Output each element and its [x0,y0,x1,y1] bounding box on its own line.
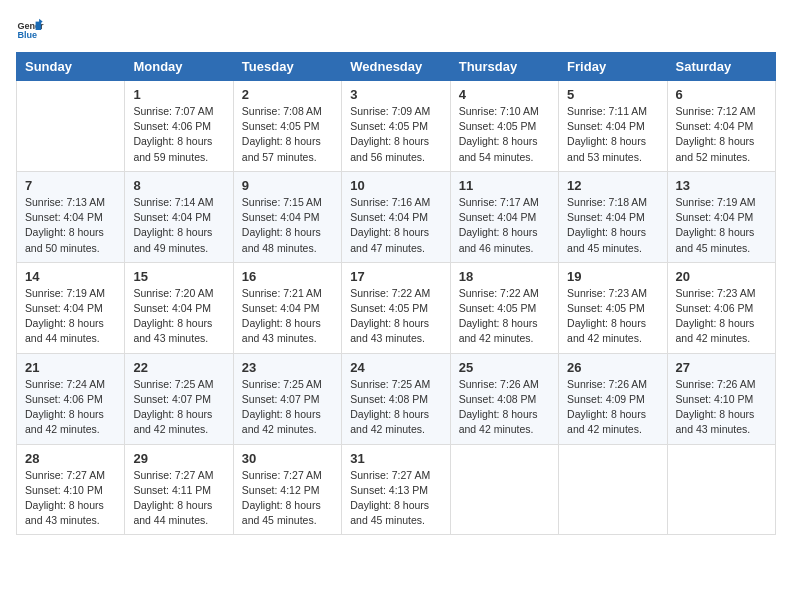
day-info: Sunrise: 7:13 AM Sunset: 4:04 PM Dayligh… [25,195,116,256]
day-info: Sunrise: 7:26 AM Sunset: 4:10 PM Dayligh… [676,377,767,438]
calendar-cell: 5Sunrise: 7:11 AM Sunset: 4:04 PM Daylig… [559,81,667,172]
day-info: Sunrise: 7:18 AM Sunset: 4:04 PM Dayligh… [567,195,658,256]
calendar-cell: 20Sunrise: 7:23 AM Sunset: 4:06 PM Dayli… [667,262,775,353]
day-info: Sunrise: 7:09 AM Sunset: 4:05 PM Dayligh… [350,104,441,165]
calendar-cell: 24Sunrise: 7:25 AM Sunset: 4:08 PM Dayli… [342,353,450,444]
calendar-cell: 7Sunrise: 7:13 AM Sunset: 4:04 PM Daylig… [17,171,125,262]
calendar-cell: 26Sunrise: 7:26 AM Sunset: 4:09 PM Dayli… [559,353,667,444]
day-number: 9 [242,178,333,193]
logo: General Blue [16,16,48,44]
day-info: Sunrise: 7:11 AM Sunset: 4:04 PM Dayligh… [567,104,658,165]
calendar-table: SundayMondayTuesdayWednesdayThursdayFrid… [16,52,776,535]
calendar-header-row: SundayMondayTuesdayWednesdayThursdayFrid… [17,53,776,81]
day-info: Sunrise: 7:25 AM Sunset: 4:07 PM Dayligh… [242,377,333,438]
calendar-cell: 25Sunrise: 7:26 AM Sunset: 4:08 PM Dayli… [450,353,558,444]
calendar-cell [559,444,667,535]
day-number: 16 [242,269,333,284]
calendar-cell: 6Sunrise: 7:12 AM Sunset: 4:04 PM Daylig… [667,81,775,172]
calendar-week-row: 7Sunrise: 7:13 AM Sunset: 4:04 PM Daylig… [17,171,776,262]
calendar-cell: 16Sunrise: 7:21 AM Sunset: 4:04 PM Dayli… [233,262,341,353]
day-number: 22 [133,360,224,375]
day-number: 28 [25,451,116,466]
calendar-cell: 15Sunrise: 7:20 AM Sunset: 4:04 PM Dayli… [125,262,233,353]
day-info: Sunrise: 7:08 AM Sunset: 4:05 PM Dayligh… [242,104,333,165]
day-number: 26 [567,360,658,375]
calendar-header-wednesday: Wednesday [342,53,450,81]
calendar-week-row: 14Sunrise: 7:19 AM Sunset: 4:04 PM Dayli… [17,262,776,353]
calendar-cell: 29Sunrise: 7:27 AM Sunset: 4:11 PM Dayli… [125,444,233,535]
day-number: 18 [459,269,550,284]
calendar-week-row: 21Sunrise: 7:24 AM Sunset: 4:06 PM Dayli… [17,353,776,444]
day-number: 25 [459,360,550,375]
day-info: Sunrise: 7:24 AM Sunset: 4:06 PM Dayligh… [25,377,116,438]
day-number: 10 [350,178,441,193]
day-info: Sunrise: 7:26 AM Sunset: 4:09 PM Dayligh… [567,377,658,438]
calendar-cell: 19Sunrise: 7:23 AM Sunset: 4:05 PM Dayli… [559,262,667,353]
calendar-header-tuesday: Tuesday [233,53,341,81]
calendar-week-row: 1Sunrise: 7:07 AM Sunset: 4:06 PM Daylig… [17,81,776,172]
calendar-header-thursday: Thursday [450,53,558,81]
day-number: 31 [350,451,441,466]
calendar-header-sunday: Sunday [17,53,125,81]
calendar-cell [17,81,125,172]
day-number: 15 [133,269,224,284]
calendar-header-monday: Monday [125,53,233,81]
day-info: Sunrise: 7:23 AM Sunset: 4:06 PM Dayligh… [676,286,767,347]
day-info: Sunrise: 7:16 AM Sunset: 4:04 PM Dayligh… [350,195,441,256]
day-info: Sunrise: 7:20 AM Sunset: 4:04 PM Dayligh… [133,286,224,347]
calendar-cell: 31Sunrise: 7:27 AM Sunset: 4:13 PM Dayli… [342,444,450,535]
day-info: Sunrise: 7:22 AM Sunset: 4:05 PM Dayligh… [459,286,550,347]
day-info: Sunrise: 7:25 AM Sunset: 4:08 PM Dayligh… [350,377,441,438]
day-number: 13 [676,178,767,193]
day-number: 29 [133,451,224,466]
day-number: 7 [25,178,116,193]
day-info: Sunrise: 7:21 AM Sunset: 4:04 PM Dayligh… [242,286,333,347]
day-number: 24 [350,360,441,375]
day-info: Sunrise: 7:22 AM Sunset: 4:05 PM Dayligh… [350,286,441,347]
calendar-cell: 22Sunrise: 7:25 AM Sunset: 4:07 PM Dayli… [125,353,233,444]
svg-text:Blue: Blue [17,30,37,40]
day-info: Sunrise: 7:26 AM Sunset: 4:08 PM Dayligh… [459,377,550,438]
day-number: 1 [133,87,224,102]
day-number: 17 [350,269,441,284]
calendar-cell: 1Sunrise: 7:07 AM Sunset: 4:06 PM Daylig… [125,81,233,172]
calendar-cell: 3Sunrise: 7:09 AM Sunset: 4:05 PM Daylig… [342,81,450,172]
day-number: 27 [676,360,767,375]
day-number: 30 [242,451,333,466]
day-number: 6 [676,87,767,102]
day-info: Sunrise: 7:25 AM Sunset: 4:07 PM Dayligh… [133,377,224,438]
calendar-cell: 8Sunrise: 7:14 AM Sunset: 4:04 PM Daylig… [125,171,233,262]
day-number: 2 [242,87,333,102]
calendar-cell: 9Sunrise: 7:15 AM Sunset: 4:04 PM Daylig… [233,171,341,262]
calendar-cell: 17Sunrise: 7:22 AM Sunset: 4:05 PM Dayli… [342,262,450,353]
calendar-header-saturday: Saturday [667,53,775,81]
day-info: Sunrise: 7:15 AM Sunset: 4:04 PM Dayligh… [242,195,333,256]
day-number: 20 [676,269,767,284]
day-number: 8 [133,178,224,193]
day-info: Sunrise: 7:14 AM Sunset: 4:04 PM Dayligh… [133,195,224,256]
calendar-cell: 18Sunrise: 7:22 AM Sunset: 4:05 PM Dayli… [450,262,558,353]
calendar-cell: 10Sunrise: 7:16 AM Sunset: 4:04 PM Dayli… [342,171,450,262]
calendar-cell: 23Sunrise: 7:25 AM Sunset: 4:07 PM Dayli… [233,353,341,444]
calendar-cell: 30Sunrise: 7:27 AM Sunset: 4:12 PM Dayli… [233,444,341,535]
day-number: 21 [25,360,116,375]
day-number: 3 [350,87,441,102]
calendar-cell: 28Sunrise: 7:27 AM Sunset: 4:10 PM Dayli… [17,444,125,535]
calendar-cell: 11Sunrise: 7:17 AM Sunset: 4:04 PM Dayli… [450,171,558,262]
day-info: Sunrise: 7:27 AM Sunset: 4:10 PM Dayligh… [25,468,116,529]
calendar-cell [450,444,558,535]
day-info: Sunrise: 7:27 AM Sunset: 4:13 PM Dayligh… [350,468,441,529]
day-number: 4 [459,87,550,102]
calendar-cell [667,444,775,535]
day-info: Sunrise: 7:10 AM Sunset: 4:05 PM Dayligh… [459,104,550,165]
day-number: 11 [459,178,550,193]
calendar-header-friday: Friday [559,53,667,81]
day-info: Sunrise: 7:23 AM Sunset: 4:05 PM Dayligh… [567,286,658,347]
calendar-cell: 14Sunrise: 7:19 AM Sunset: 4:04 PM Dayli… [17,262,125,353]
day-info: Sunrise: 7:27 AM Sunset: 4:12 PM Dayligh… [242,468,333,529]
day-info: Sunrise: 7:17 AM Sunset: 4:04 PM Dayligh… [459,195,550,256]
day-info: Sunrise: 7:19 AM Sunset: 4:04 PM Dayligh… [676,195,767,256]
day-info: Sunrise: 7:12 AM Sunset: 4:04 PM Dayligh… [676,104,767,165]
day-number: 5 [567,87,658,102]
calendar-week-row: 28Sunrise: 7:27 AM Sunset: 4:10 PM Dayli… [17,444,776,535]
